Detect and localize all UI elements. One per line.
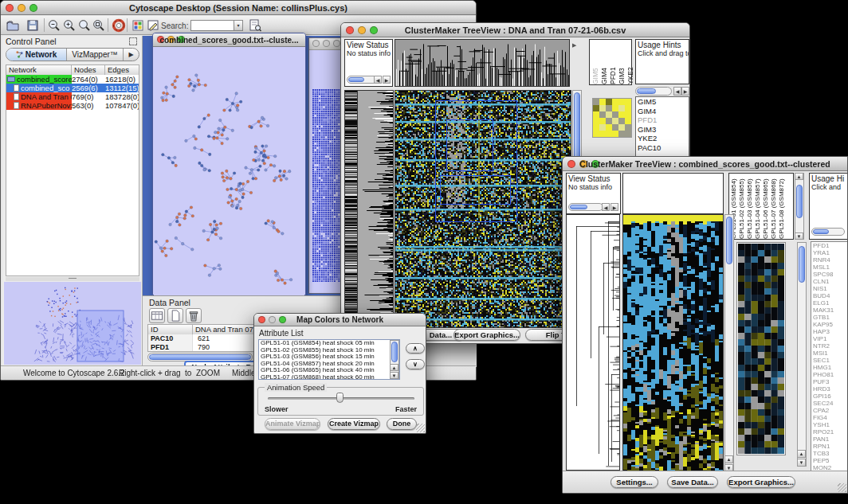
gene-label[interactable]: HMG1 xyxy=(811,364,847,371)
scroll-right-icon[interactable]: ▶ xyxy=(681,87,689,96)
tv1-heatmap[interactable] xyxy=(395,90,571,328)
network-list-row[interactable]: DNA and Tran 07 769(0) 183728(0) xyxy=(6,92,139,101)
column-label[interactable]: GPL51-07 (GSM868) xyxy=(771,174,777,239)
col-edges[interactable]: Edges xyxy=(105,65,139,75)
data-panel-col-id[interactable]: ID xyxy=(148,325,193,334)
column-label[interactable]: PFD1 xyxy=(610,40,616,84)
tv1-column-dendrogram[interactable] xyxy=(395,39,570,87)
zoom-fit-icon[interactable] xyxy=(77,18,92,33)
gene-label[interactable]: MAK31 xyxy=(811,307,847,314)
scroll-right-icon[interactable]: ▶ xyxy=(610,203,618,211)
network-list-row[interactable]: RNAPuberNov2+ 563(0) 107847(0) xyxy=(6,101,139,110)
scroll-up-icon[interactable]: ▲ xyxy=(797,450,806,458)
gene-label[interactable]: PFD1 xyxy=(636,115,689,125)
tab-vizmapper[interactable]: VizMapper™ xyxy=(67,49,123,61)
gene-label[interactable]: TCB3 xyxy=(811,450,847,457)
zoom-out-icon[interactable] xyxy=(47,18,61,33)
gene-label[interactable]: YKE2 xyxy=(636,134,689,143)
attribute-item[interactable]: GPL51-07 (GSM868) heat shock 60 min xyxy=(259,374,399,380)
network-list-row[interactable]: combined_sco 2569(6) 13112(15) xyxy=(6,84,139,92)
attribute-item[interactable]: GPL51-03 (GSM856) heat shock 15 min xyxy=(259,354,399,361)
gene-label[interactable]: NIS1 xyxy=(811,285,847,292)
done-button[interactable]: Done xyxy=(387,418,417,430)
tv1-row-dendrogram[interactable] xyxy=(357,90,394,328)
tv2-row-dendrogram[interactable] xyxy=(566,214,620,471)
gene-label[interactable]: CLN1 xyxy=(811,278,847,285)
tv2-detail-heatmap[interactable] xyxy=(736,242,786,455)
tv1-global-strip[interactable] xyxy=(344,90,358,328)
scroll-up-icon[interactable]: ▲ xyxy=(390,364,398,371)
column-label[interactable]: GIM4 xyxy=(601,40,607,84)
attribute-list-vscroll[interactable]: ▲ ▼ xyxy=(390,340,399,379)
gene-label[interactable]: GPI16 xyxy=(811,393,847,400)
gene-label[interactable]: HRD3 xyxy=(811,385,847,393)
gene-label[interactable]: YRA1 xyxy=(811,249,847,256)
scroll-down-icon[interactable]: ▼ xyxy=(797,459,806,467)
dialog-titlebar[interactable]: Map Colors to Network xyxy=(254,314,426,326)
float-panel-icon[interactable] xyxy=(129,37,137,45)
gene-label[interactable]: PFD1 xyxy=(811,242,847,249)
col-network[interactable]: Network xyxy=(6,65,72,75)
close-button[interactable] xyxy=(312,40,320,47)
new-attribute-icon[interactable] xyxy=(167,308,183,323)
attribute-item[interactable]: GPL51-06 (GSM865) heat shock 40 min xyxy=(259,367,399,374)
zoom-in-icon[interactable] xyxy=(62,18,77,33)
gene-label[interactable]: SEC24 xyxy=(811,400,847,407)
create-vizmap-button[interactable]: Create Vizmap xyxy=(328,418,380,430)
treeview1-titlebar[interactable]: ClusterMaker TreeView : DNA and Tran 07-… xyxy=(341,23,689,37)
tv2-heatmap-vscroll[interactable]: ▲ ▼ xyxy=(724,214,734,472)
gene-label[interactable]: YSH1 xyxy=(811,421,847,428)
animate-vizmap-button[interactable]: Animate Vizmap xyxy=(265,418,320,430)
minimize-button[interactable] xyxy=(323,40,330,47)
gene-label[interactable]: GIM3 xyxy=(636,125,689,135)
move-up-button[interactable]: ∧ xyxy=(406,343,425,354)
search-dropdown-button[interactable]: ▾ xyxy=(234,20,243,31)
save-session-icon[interactable] xyxy=(26,18,40,33)
move-down-button[interactable]: ∨ xyxy=(406,359,425,369)
zoom-button[interactable] xyxy=(333,40,340,47)
scroll-down-icon[interactable]: ▼ xyxy=(795,232,803,240)
column-label[interactable]: GIM3 xyxy=(618,40,625,84)
gene-label[interactable]: PEP5 xyxy=(811,457,847,464)
gene-label[interactable]: PHO81 xyxy=(811,371,847,378)
settings-button[interactable]: Settings... xyxy=(610,476,658,488)
vizmapper-palette-icon[interactable] xyxy=(131,18,145,33)
tv2-status-scrollbar[interactable] xyxy=(568,203,603,211)
scroll-left-icon[interactable]: ◀ xyxy=(602,203,610,211)
gene-label[interactable]: HAP3 xyxy=(811,328,847,335)
column-label[interactable]: GPL51-08 (GSM872) xyxy=(779,174,785,239)
attribute-item[interactable]: GPL51-01 (GSM854) heat shock 05 min xyxy=(259,340,399,347)
network-list-row[interactable]: combined_scores_ 2764(0) 16218(0) xyxy=(6,75,139,84)
gene-label[interactable]: SEC1 xyxy=(811,357,847,364)
slider-thumb[interactable] xyxy=(336,393,344,403)
scroll-up-icon[interactable]: ▲ xyxy=(724,455,733,463)
delete-attribute-icon[interactable] xyxy=(186,308,202,323)
gene-label[interactable]: ELG1 xyxy=(811,299,847,307)
col-nodes[interactable]: Nodes xyxy=(72,65,105,75)
chevron-right-icon[interactable]: ▶ xyxy=(572,42,576,49)
tv2-detail-vscroll[interactable]: ▲ ▼ xyxy=(797,242,807,467)
gene-label[interactable]: KAP95 xyxy=(811,321,847,328)
resize-grip[interactable] xyxy=(838,483,846,492)
network-frame-titlebar[interactable]: combined_scores_good.txt--cluste... xyxy=(153,33,305,47)
zoom-selected-icon[interactable] xyxy=(92,18,106,33)
treeview2-titlebar[interactable]: ClusterMaker TreeView : combined_scores_… xyxy=(563,157,847,171)
resize-grip[interactable] xyxy=(416,424,425,432)
scroll-left-icon[interactable]: ◀ xyxy=(673,87,681,96)
panel-splitter[interactable] xyxy=(6,277,139,281)
gene-label[interactable]: MSL1 xyxy=(811,264,847,271)
gene-label[interactable]: VIP1 xyxy=(811,335,847,342)
help-lifering-icon[interactable] xyxy=(112,18,126,33)
gene-label[interactable]: PAN1 xyxy=(811,436,847,443)
gene-label[interactable]: CPA2 xyxy=(811,407,847,414)
gene-label[interactable]: BUD4 xyxy=(811,292,847,299)
main-titlebar[interactable]: Cytoscape Desktop (Session Name: collins… xyxy=(1,1,476,15)
column-label[interactable]: YKE2 xyxy=(627,40,634,84)
gene-label[interactable]: MSI1 xyxy=(811,350,847,357)
attribute-browser-icon[interactable] xyxy=(248,18,262,33)
column-label[interactable]: GPL51-03 (GSM856) xyxy=(747,174,753,239)
scroll-right-icon[interactable]: ▶ xyxy=(383,76,391,84)
tab-overflow-button[interactable]: ▶ xyxy=(123,49,139,61)
scroll-left-icon[interactable]: ◀ xyxy=(374,76,382,84)
gene-label[interactable]: RPO21 xyxy=(811,428,847,436)
